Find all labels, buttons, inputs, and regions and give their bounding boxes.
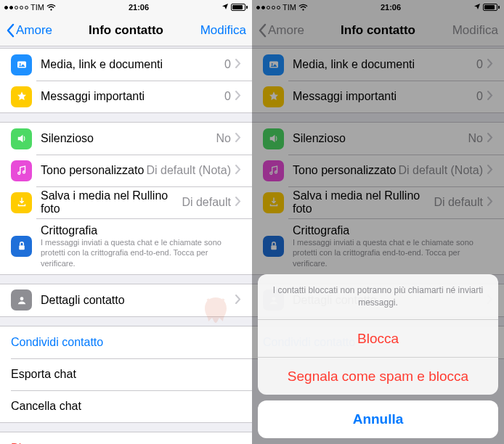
- contact-icon: [11, 289, 32, 311]
- svg-rect-4: [269, 62, 278, 68]
- row-mute[interactable]: Silenzioso No: [0, 123, 252, 155]
- status-bar: TIM 21:06: [252, 0, 504, 15]
- sheet-message: I contatti bloccati non potranno più chi…: [258, 274, 498, 319]
- row-label: Crittografia: [41, 224, 241, 237]
- chevron-right-icon: [487, 164, 493, 177]
- row-encryption: Crittografia I messaggi inviati a questa…: [252, 218, 504, 274]
- row-label: Tono personalizzato: [41, 164, 147, 177]
- action-sheet: I contatti bloccati non potranno più chi…: [258, 274, 498, 438]
- clear-chat-button[interactable]: Cancella chat: [0, 390, 252, 422]
- chevron-left-icon: [258, 23, 267, 38]
- row-label: Silenzioso: [293, 132, 468, 145]
- music-icon: [11, 160, 32, 181]
- speaker-icon: [263, 128, 284, 149]
- status-bar: TIM 21:06: [0, 0, 252, 15]
- lock-icon: [263, 236, 284, 257]
- signal-dots-icon: [256, 6, 280, 9]
- row-starred: Messaggi importanti 0: [252, 81, 504, 112]
- row-label: Tono personalizzato: [293, 164, 399, 177]
- block-contact-button[interactable]: Blocca contatto: [0, 432, 252, 444]
- svg-rect-6: [271, 246, 277, 250]
- location-icon: [221, 3, 229, 12]
- chevron-right-icon: [235, 196, 241, 209]
- row-sublabel: I messaggi inviati a questa chat e le ch…: [41, 237, 241, 268]
- chevron-right-icon: [235, 132, 241, 145]
- row-value: 0: [224, 58, 231, 71]
- signal-dots-icon: [4, 6, 28, 9]
- sheet-block-button[interactable]: Blocca: [258, 319, 498, 357]
- edit-button[interactable]: Modifica: [200, 23, 246, 38]
- chevron-right-icon: [487, 58, 493, 71]
- row-value: 0: [224, 90, 231, 103]
- row-mute: Silenzioso No: [252, 123, 504, 155]
- row-value: Di default: [182, 196, 231, 209]
- screen-left: TIM 21:06 Amore Info contatto Modifica M…: [0, 0, 252, 444]
- photo-icon: [263, 54, 284, 75]
- row-label: Messaggi importanti: [293, 90, 476, 103]
- battery-icon: [483, 4, 500, 11]
- row-value: Di default (Nota): [399, 164, 484, 177]
- sheet-cancel-button[interactable]: Annulla: [258, 400, 498, 438]
- row-starred[interactable]: Messaggi importanti 0: [0, 81, 252, 112]
- wifi-icon: [46, 4, 56, 11]
- back-label: Amore: [268, 23, 304, 38]
- svg-point-3: [20, 297, 23, 300]
- row-value: Di default (Nota): [147, 164, 232, 177]
- back-label: Amore: [16, 23, 52, 38]
- row-save-media: Salva i media nel Rullino foto Di defaul…: [252, 186, 504, 218]
- export-chat-button[interactable]: Esporta chat: [0, 358, 252, 390]
- row-label: Salva i media nel Rullino foto: [293, 189, 434, 215]
- star-icon: [11, 86, 32, 107]
- location-icon: [473, 3, 481, 12]
- content-scroll[interactable]: Media, link e documenti 0 Messaggi impor…: [0, 46, 252, 444]
- chevron-right-icon: [235, 294, 241, 307]
- chevron-right-icon: [235, 90, 241, 103]
- clock-label: 21:06: [129, 3, 149, 12]
- chevron-right-icon: [487, 90, 493, 103]
- battery-icon: [231, 4, 248, 11]
- row-tone: Tono personalizzato Di default (Nota): [252, 155, 504, 186]
- chevron-right-icon: [235, 164, 241, 177]
- svg-rect-0: [17, 62, 26, 68]
- clock-label: 21:06: [381, 3, 401, 12]
- row-label: Media, link e documenti: [293, 58, 476, 71]
- back-button[interactable]: Amore: [6, 23, 52, 38]
- nav-bar: Amore Info contatto Modifica: [252, 15, 504, 46]
- sheet-spam-block-button[interactable]: Segnala come spam e blocca: [258, 357, 498, 395]
- screen-right: TIM 21:06 Amore Info contatto Modifica M…: [252, 0, 504, 444]
- row-label: Media, link e documenti: [41, 58, 224, 71]
- lock-icon: [11, 236, 32, 257]
- row-label: Messaggi importanti: [41, 90, 224, 103]
- share-contact-button[interactable]: Condividi contatto: [0, 326, 252, 358]
- row-media[interactable]: Media, link e documenti 0: [0, 49, 252, 81]
- back-button: Amore: [258, 23, 304, 38]
- row-tone[interactable]: Tono personalizzato Di default (Nota): [0, 155, 252, 186]
- row-save-media[interactable]: Salva i media nel Rullino foto Di defaul…: [0, 186, 252, 218]
- row-encryption[interactable]: Crittografia I messaggi inviati a questa…: [0, 218, 252, 274]
- row-label: Dettagli contatto: [41, 294, 235, 307]
- row-value: No: [216, 132, 231, 145]
- wifi-icon: [298, 4, 308, 11]
- svg-point-5: [271, 63, 272, 65]
- row-value: Di default: [434, 196, 483, 209]
- chevron-right-icon: [487, 132, 493, 145]
- nav-bar: Amore Info contatto Modifica: [0, 15, 252, 46]
- row-value: 0: [476, 58, 483, 71]
- photo-icon: [11, 54, 32, 75]
- row-label: Crittografia: [293, 224, 493, 237]
- chevron-left-icon: [6, 23, 15, 38]
- svg-rect-2: [19, 246, 25, 250]
- row-value: No: [468, 132, 483, 145]
- save-icon: [263, 192, 284, 213]
- music-icon: [263, 160, 284, 181]
- star-icon: [263, 86, 284, 107]
- edit-button: Modifica: [452, 23, 498, 38]
- row-contact-details[interactable]: Dettagli contatto: [0, 284, 252, 316]
- nav-title: Info contatto: [252, 23, 504, 38]
- chevron-right-icon: [487, 196, 493, 209]
- row-media: Media, link e documenti 0: [252, 49, 504, 81]
- row-value: 0: [476, 90, 483, 103]
- svg-point-1: [19, 63, 20, 65]
- carrier-label: TIM: [283, 3, 296, 12]
- save-icon: [11, 192, 32, 213]
